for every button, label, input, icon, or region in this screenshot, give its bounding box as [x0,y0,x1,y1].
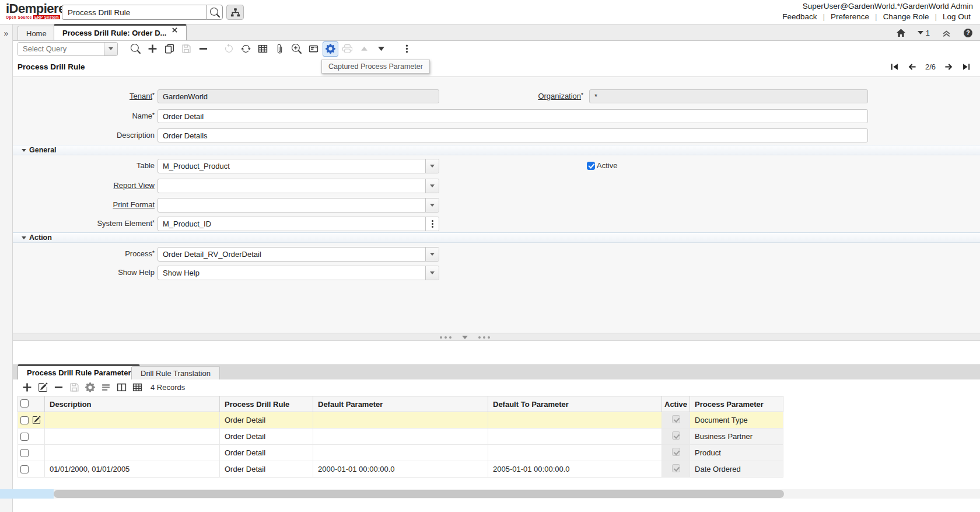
row-active-checkbox [672,464,680,472]
show-help-combo[interactable]: Show Help [158,266,439,280]
copy-record-button[interactable] [162,41,177,57]
change-role-link[interactable]: Change Role [877,12,935,21]
customize-grid-button[interactable] [85,382,95,393]
previous-record-button[interactable] [908,62,916,71]
feedback-link[interactable]: Feedback [776,12,822,21]
organization-label[interactable]: Organization* [465,89,583,103]
next-record-button[interactable] [944,62,953,71]
tab-process-drill-rule-parameter[interactable]: Process Drill Rule Parameter [18,364,140,379]
splitter-grip[interactable] [444,336,485,339]
preference-link[interactable]: Preference [825,12,875,21]
table-row[interactable]: Order Detail Document Type [18,412,783,429]
cell-process-drill-rule: Order Detail [220,461,313,478]
last-record-button[interactable] [962,62,971,71]
select-query-input[interactable] [18,43,104,55]
select-all-checkbox[interactable] [20,399,29,407]
print-format-combo[interactable] [158,198,439,213]
collapse-triangle-icon [22,149,26,152]
grid-icon [132,382,142,392]
table-row[interactable]: Order Detail Product [18,445,783,461]
split-view-button[interactable] [116,382,127,393]
edit-row-button[interactable] [37,382,48,393]
tab-drill-rule-translation[interactable]: Drill Rule Translation [131,366,220,379]
desktop-tabbar: Home Process Drill Rule: Order D... 1 ? [13,25,980,41]
new-row-button[interactable] [22,382,32,393]
name-field[interactable] [158,109,868,123]
idempiere-app: iDempiere Open Source ERP System SuperUs… [0,0,980,512]
grip-dots-icon [483,336,485,339]
window-count-dropdown[interactable]: 1 [918,29,930,37]
gear-icon [85,382,95,392]
horizontal-scrollbar [13,489,980,499]
column-header-process-parameter[interactable]: Process Parameter [690,396,783,412]
delete-button[interactable] [195,41,211,57]
report-view-dropdown-button[interactable] [425,179,439,193]
row-checkbox[interactable] [20,449,29,457]
zoom-across-button[interactable] [289,41,304,57]
system-element-more-button[interactable] [425,217,439,231]
column-header-description[interactable]: Description [45,396,220,412]
tenant-label[interactable]: Tenant* [36,89,155,103]
row-checkbox[interactable] [20,433,29,441]
section-action[interactable]: Action [13,232,980,243]
process-dropdown-button[interactable] [425,248,439,261]
attachment-button[interactable] [272,41,288,57]
tab-home[interactable]: Home [18,26,55,40]
section-general[interactable]: General [13,145,980,155]
refresh-button[interactable] [238,41,254,57]
column-header-default-parameter[interactable]: Default Parameter [313,396,488,412]
print-format-dropdown-button[interactable] [425,198,439,212]
toggle-detail-button[interactable] [100,382,111,393]
home-icon[interactable] [896,28,906,38]
process-combo[interactable]: Order Detail_RV_OrderDetail [158,247,439,262]
new-record-button[interactable] [145,41,160,57]
grid-toggle-button[interactable] [255,41,271,57]
system-element-field[interactable]: M_Product_ID [158,217,439,231]
more-actions-button[interactable] [399,41,415,57]
scrollbar-thumb[interactable] [54,490,784,498]
cell-description [45,412,220,429]
tab-process-drill-rule[interactable]: Process Drill Rule: Order D... [54,24,187,40]
print-format-label[interactable]: Print Format [36,198,155,212]
edit-row-icon[interactable] [32,416,41,424]
row-checkbox[interactable] [20,416,29,424]
help-icon[interactable]: ? [963,28,973,38]
active-checkbox[interactable] [587,162,595,170]
show-help-dropdown-button[interactable] [425,266,439,280]
delete-row-button[interactable] [53,382,64,393]
chat-button[interactable] [306,41,321,57]
process-button[interactable]: Captured Process Parameter [323,41,338,57]
table-row[interactable]: 01/01/2000, 01/01/2005 Order Detail 2000… [18,461,783,478]
description-field[interactable] [158,128,868,142]
cell-default-parameter [313,429,488,445]
expand-sidebar-button[interactable]: » [0,29,12,38]
column-header-active[interactable]: Active [662,396,690,412]
undo-button [221,41,237,57]
detail-tabstrip: Process Drill Rule Parameter Drill Rule … [13,364,980,379]
table-combo-dropdown-button[interactable] [425,159,439,173]
close-tab-icon[interactable] [172,27,178,33]
find-button[interactable] [128,41,144,57]
detail-record-button[interactable] [373,41,389,57]
first-record-button[interactable] [890,62,899,71]
global-search-input[interactable] [62,5,206,20]
cell-description [45,429,220,445]
table-combo[interactable]: M_Product_Product [158,159,439,173]
select-query-dropdown-button[interactable] [104,43,117,55]
chevron-down-icon [430,253,435,256]
search-button[interactable] [206,5,223,20]
table-row[interactable]: Order Detail Business Partner [18,429,783,445]
row-checkbox[interactable] [20,465,29,473]
collapse-header-icon[interactable] [942,28,951,38]
report-view-label[interactable]: Report View [36,179,155,193]
menu-lookup-button[interactable] [226,5,244,20]
idempiere-logo[interactable]: iDempiere Open Source ERP System [6,2,65,20]
column-header-process-drill-rule[interactable]: Process Drill Rule [220,396,313,412]
pane-splitter[interactable] [13,333,980,341]
log-out-link[interactable]: Log Out [937,12,977,21]
column-header-default-to-parameter[interactable]: Default To Parameter [488,396,662,412]
select-all-cell [18,396,45,412]
chevron-down-icon [430,165,435,168]
report-view-combo[interactable] [158,179,439,193]
grid-view-button[interactable] [132,382,142,393]
